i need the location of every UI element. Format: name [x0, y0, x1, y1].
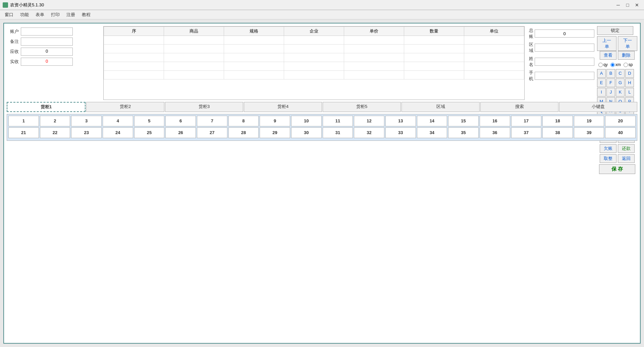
num-3[interactable]: 3	[71, 116, 102, 126]
alpha-btn-G[interactable]: G	[616, 78, 625, 87]
lock-button[interactable]: 锁定	[597, 26, 633, 35]
alpha-btn-E[interactable]: E	[597, 78, 606, 87]
num-2[interactable]: 2	[40, 116, 70, 126]
num-14[interactable]: 14	[417, 116, 447, 126]
radio-qy[interactable]: qy	[598, 62, 608, 67]
radio-sp[interactable]: sp	[624, 62, 633, 67]
menu-form[interactable]: 表单	[32, 10, 48, 19]
menu-register[interactable]: 注册	[63, 10, 78, 19]
num-19[interactable]: 19	[574, 116, 604, 126]
num-40[interactable]: 40	[605, 127, 636, 138]
num-21[interactable]: 21	[8, 127, 39, 138]
minimize-button[interactable]: ─	[614, 1, 623, 9]
alpha-btn-D[interactable]: D	[625, 69, 634, 78]
alpha-btn-I[interactable]: I	[597, 88, 606, 97]
alpha-btn-K[interactable]: K	[616, 88, 625, 97]
view-delete-row: 查看 删除	[597, 51, 637, 60]
phone-input[interactable]	[535, 72, 594, 80]
num-7[interactable]: 7	[197, 116, 227, 126]
view-button[interactable]: 查看	[600, 51, 616, 60]
cabinet-tab-3[interactable]: 货柜3	[165, 102, 243, 112]
num-4[interactable]: 4	[103, 116, 133, 126]
num-32[interactable]: 32	[354, 127, 384, 138]
radio-xm[interactable]: xm	[610, 62, 621, 67]
num-11[interactable]: 11	[323, 116, 353, 126]
num-33[interactable]: 33	[385, 127, 416, 138]
next-button[interactable]: 下一单	[618, 36, 637, 51]
alpha-btn-A[interactable]: A	[597, 69, 606, 78]
total-input[interactable]	[535, 30, 594, 38]
num-30[interactable]: 30	[291, 127, 322, 138]
alpha-btn-F[interactable]: F	[606, 78, 615, 87]
account-row: 账户	[7, 27, 101, 36]
cabinet-tab-5[interactable]: 货柜5	[323, 102, 401, 112]
menu-tutorial[interactable]: 教程	[78, 10, 94, 19]
app-icon	[3, 2, 8, 8]
num-31[interactable]: 31	[323, 127, 353, 138]
num-26[interactable]: 26	[165, 127, 196, 138]
title-bar: 农资小精灵5.1.30 ─ □ ✕	[0, 0, 644, 10]
num-16[interactable]: 16	[480, 116, 510, 126]
num-6[interactable]: 6	[165, 116, 196, 126]
num-38[interactable]: 38	[542, 127, 573, 138]
cabinet-tab-1[interactable]: 货柜1	[7, 102, 86, 112]
alpha-btn-J[interactable]: J	[606, 88, 615, 97]
cabinet-tab-numpad[interactable]: 小键盘	[559, 102, 637, 112]
num-9[interactable]: 9	[260, 116, 290, 126]
num-1[interactable]: 1	[8, 116, 39, 126]
num-34[interactable]: 34	[417, 127, 447, 138]
num-25[interactable]: 25	[134, 127, 165, 138]
num-15[interactable]: 15	[448, 116, 479, 126]
num-23[interactable]: 23	[71, 127, 102, 138]
menu-print[interactable]: 打印	[48, 10, 63, 19]
alpha-btn-C[interactable]: C	[616, 69, 625, 78]
num-27[interactable]: 27	[197, 127, 227, 138]
cabinet-tab-region[interactable]: 区域	[401, 102, 480, 112]
num-37[interactable]: 37	[511, 127, 542, 138]
cabinet-tab-2[interactable]: 货柜2	[86, 102, 164, 112]
num-28[interactable]: 28	[228, 127, 259, 138]
region-input[interactable]	[535, 44, 594, 52]
num-20[interactable]: 20	[605, 116, 636, 126]
region-label: 区域	[527, 42, 533, 54]
alpha-btn-L[interactable]: L	[625, 88, 634, 97]
delete-button[interactable]: 删除	[618, 51, 635, 60]
num-29[interactable]: 29	[260, 127, 290, 138]
table-row	[104, 53, 524, 62]
menu-bar: 窗口 功能 表单 打印 注册 教程	[0, 10, 644, 19]
receivable-row: 应收 0	[7, 48, 101, 56]
table-row	[104, 36, 524, 45]
num-13[interactable]: 13	[385, 116, 416, 126]
num-8[interactable]: 8	[228, 116, 259, 126]
num-10[interactable]: 10	[291, 116, 322, 126]
menu-window[interactable]: 窗口	[1, 10, 17, 19]
cabinet-tab-4[interactable]: 货柜4	[244, 102, 322, 112]
num-39[interactable]: 39	[574, 127, 604, 138]
main-panel: 账户 备注 应收 0 实收 0	[3, 23, 641, 344]
alpha-btn-B[interactable]: B	[606, 69, 615, 78]
maximize-button[interactable]: □	[623, 1, 632, 9]
num-24[interactable]: 24	[103, 127, 133, 138]
num-17[interactable]: 17	[511, 116, 542, 126]
title-bar-controls: ─ □ ✕	[614, 1, 641, 9]
radio-group: qy xm sp	[597, 62, 637, 67]
num-18[interactable]: 18	[542, 116, 573, 126]
menu-function[interactable]: 功能	[17, 10, 32, 19]
cabinet-tab-search[interactable]: 搜索	[480, 102, 558, 112]
num-12[interactable]: 12	[354, 116, 384, 126]
account-input[interactable]	[21, 27, 73, 36]
close-button[interactable]: ✕	[633, 1, 641, 9]
prev-button[interactable]: 上一单	[597, 36, 616, 51]
far-right-inner: 锁定 上一单 下一单 查看 删除 qy	[597, 26, 637, 100]
alpha-btn-H[interactable]: H	[625, 78, 634, 87]
name-input[interactable]	[535, 58, 594, 66]
far-right-panel: 锁定 上一单 下一单 查看 删除 qy	[597, 26, 637, 100]
num-35[interactable]: 35	[448, 127, 479, 138]
content-spacer	[7, 143, 637, 340]
num-22[interactable]: 22	[40, 127, 70, 138]
note-input[interactable]	[21, 38, 73, 46]
app-title: 农资小精灵5.1.30	[10, 2, 44, 8]
num-5[interactable]: 5	[134, 116, 165, 126]
num-36[interactable]: 36	[480, 127, 510, 138]
table-area: 序 商品 规格 企业 单价 数量 单位	[103, 26, 525, 100]
